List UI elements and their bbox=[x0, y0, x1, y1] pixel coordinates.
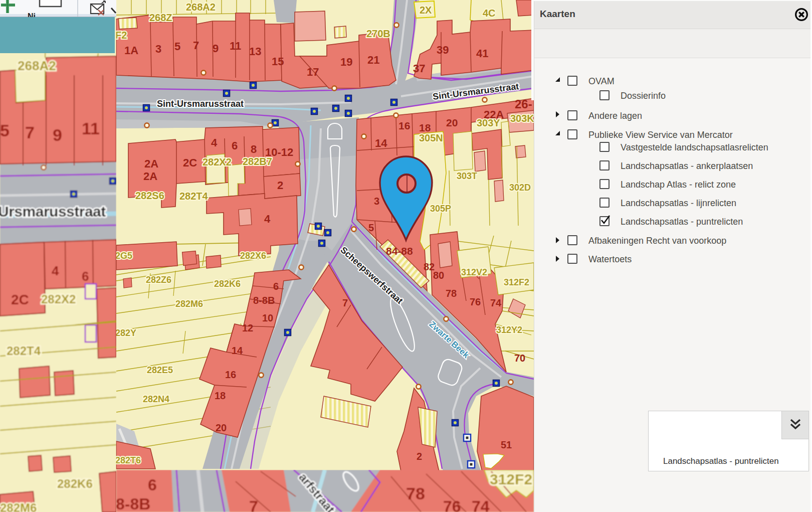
svg-text:20: 20 bbox=[446, 117, 458, 128]
svg-text:78: 78 bbox=[446, 288, 457, 299]
svg-text:F2: F2 bbox=[115, 30, 127, 41]
svg-text:16: 16 bbox=[398, 120, 410, 131]
svg-text:84-88: 84-88 bbox=[386, 245, 413, 257]
svg-text:8-8B: 8-8B bbox=[116, 495, 150, 512]
svg-text:2A: 2A bbox=[143, 170, 157, 183]
svg-text:39: 39 bbox=[437, 44, 449, 56]
svg-text:7: 7 bbox=[193, 39, 199, 52]
svg-text:74: 74 bbox=[472, 497, 490, 512]
svg-text:268A2: 268A2 bbox=[18, 58, 56, 73]
svg-text:282T6: 282T6 bbox=[115, 455, 141, 465]
svg-text:2C: 2C bbox=[11, 292, 29, 307]
svg-text:8: 8 bbox=[251, 143, 257, 155]
svg-text:76: 76 bbox=[470, 296, 481, 307]
svg-text:19: 19 bbox=[340, 56, 352, 68]
svg-text:282K6: 282K6 bbox=[57, 477, 93, 490]
svg-text:17: 17 bbox=[307, 66, 319, 78]
svg-text:270B: 270B bbox=[366, 28, 390, 39]
svg-text:6: 6 bbox=[148, 476, 157, 494]
svg-text:51: 51 bbox=[501, 439, 512, 450]
svg-text:11: 11 bbox=[230, 40, 241, 52]
svg-text:7: 7 bbox=[249, 497, 258, 512]
svg-text:282M6: 282M6 bbox=[175, 299, 203, 309]
svg-text:78: 78 bbox=[406, 484, 425, 503]
svg-text:6: 6 bbox=[82, 269, 89, 284]
svg-text:4C: 4C bbox=[483, 8, 496, 19]
svg-text:9: 9 bbox=[53, 125, 62, 144]
svg-text:2X: 2X bbox=[420, 5, 432, 16]
svg-text:13: 13 bbox=[249, 45, 261, 58]
svg-text:14: 14 bbox=[232, 345, 243, 356]
svg-text:2G5: 2G5 bbox=[115, 251, 132, 261]
svg-text:312F2: 312F2 bbox=[490, 471, 532, 487]
svg-text:16: 16 bbox=[225, 369, 236, 380]
svg-text:11: 11 bbox=[82, 119, 100, 138]
svg-text:268A2: 268A2 bbox=[186, 2, 216, 13]
svg-text:3: 3 bbox=[155, 43, 161, 55]
svg-text:18: 18 bbox=[215, 390, 226, 401]
svg-text:3: 3 bbox=[374, 196, 379, 207]
svg-text:21: 21 bbox=[367, 54, 379, 66]
svg-text:1A: 1A bbox=[124, 44, 138, 57]
svg-text:18: 18 bbox=[419, 122, 431, 133]
svg-text:282X2: 282X2 bbox=[202, 156, 232, 167]
svg-text:8-8B: 8-8B bbox=[253, 295, 275, 306]
svg-text:7: 7 bbox=[25, 123, 35, 142]
svg-text:282X2: 282X2 bbox=[41, 292, 76, 306]
svg-text:14: 14 bbox=[375, 137, 387, 149]
svg-text:41: 41 bbox=[476, 47, 488, 60]
svg-text:37: 37 bbox=[413, 62, 425, 75]
svg-text:282T4: 282T4 bbox=[7, 344, 41, 358]
svg-text:2A: 2A bbox=[144, 157, 158, 170]
svg-text:74: 74 bbox=[490, 297, 502, 308]
svg-text:5: 5 bbox=[174, 40, 180, 53]
svg-text:26-: 26- bbox=[515, 97, 532, 111]
svg-text:80: 80 bbox=[433, 270, 444, 281]
svg-text:Ursmarusstraat: Ursmarusstraat bbox=[0, 203, 106, 220]
svg-text:2: 2 bbox=[277, 179, 283, 192]
svg-text:282N4: 282N4 bbox=[143, 394, 169, 404]
svg-text:7: 7 bbox=[342, 297, 348, 308]
svg-text:2C: 2C bbox=[183, 156, 197, 169]
svg-text:282S6: 282S6 bbox=[135, 190, 164, 201]
svg-text:282X6: 282X6 bbox=[240, 251, 266, 261]
svg-text:303T: 303T bbox=[457, 171, 477, 181]
svg-text:305N: 305N bbox=[419, 132, 443, 143]
svg-text:282M6: 282M6 bbox=[0, 501, 37, 512]
svg-text:22A: 22A bbox=[484, 108, 504, 121]
svg-text:282Z6: 282Z6 bbox=[146, 275, 171, 285]
svg-text:303K: 303K bbox=[510, 113, 534, 124]
svg-text:4: 4 bbox=[52, 263, 59, 278]
svg-text:76: 76 bbox=[443, 497, 461, 512]
svg-text:282K6: 282K6 bbox=[214, 279, 241, 289]
svg-text:12: 12 bbox=[242, 322, 253, 333]
svg-text:10: 10 bbox=[262, 312, 273, 323]
svg-text:20: 20 bbox=[216, 422, 227, 433]
svg-text:282E5: 282E5 bbox=[147, 365, 173, 375]
svg-text:282Y: 282Y bbox=[115, 328, 136, 338]
svg-text:312F2: 312F2 bbox=[504, 277, 529, 287]
svg-text:305P: 305P bbox=[430, 204, 451, 214]
svg-text:302D: 302D bbox=[509, 183, 531, 193]
svg-text:312Y2: 312Y2 bbox=[496, 325, 522, 335]
svg-text:Sint-Ursmarusstraat: Sint-Ursmarusstraat bbox=[157, 99, 244, 109]
svg-text:4: 4 bbox=[211, 136, 218, 149]
svg-text:5: 5 bbox=[368, 222, 374, 233]
svg-text:5: 5 bbox=[0, 121, 10, 140]
svg-text:2: 2 bbox=[417, 451, 422, 462]
svg-text:6: 6 bbox=[232, 139, 238, 152]
svg-text:312V2: 312V2 bbox=[461, 267, 487, 277]
svg-text:9: 9 bbox=[213, 42, 219, 55]
svg-text:15: 15 bbox=[272, 55, 284, 68]
svg-text:4: 4 bbox=[264, 213, 271, 225]
svg-text:10-12: 10-12 bbox=[265, 146, 293, 158]
svg-text:282T4: 282T4 bbox=[179, 191, 209, 202]
svg-text:70: 70 bbox=[514, 353, 525, 364]
svg-text:6: 6 bbox=[273, 281, 279, 292]
svg-text:268Z: 268Z bbox=[149, 12, 172, 23]
